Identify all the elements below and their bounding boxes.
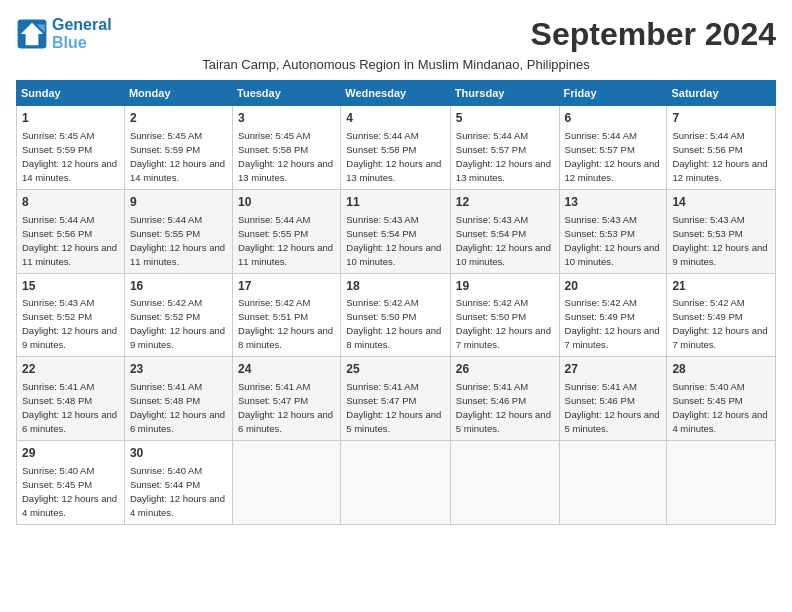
day-info: Sunrise: 5:44 AMSunset: 5:57 PMDaylight:… [565, 130, 660, 183]
header-row: SundayMondayTuesdayWednesdayThursdayFrid… [17, 81, 776, 106]
day-info: Sunrise: 5:44 AMSunset: 5:56 PMDaylight:… [672, 130, 767, 183]
day-info: Sunrise: 5:42 AMSunset: 5:49 PMDaylight:… [672, 297, 767, 350]
day-info: Sunrise: 5:42 AMSunset: 5:50 PMDaylight:… [346, 297, 441, 350]
day-info: Sunrise: 5:44 AMSunset: 5:55 PMDaylight:… [130, 214, 225, 267]
day-info: Sunrise: 5:42 AMSunset: 5:50 PMDaylight:… [456, 297, 551, 350]
calendar-cell: 25Sunrise: 5:41 AMSunset: 5:47 PMDayligh… [341, 357, 451, 441]
day-number: 29 [22, 445, 119, 462]
calendar-cell: 18Sunrise: 5:42 AMSunset: 5:50 PMDayligh… [341, 273, 451, 357]
header-cell-friday: Friday [559, 81, 667, 106]
calendar-cell: 10Sunrise: 5:44 AMSunset: 5:55 PMDayligh… [233, 189, 341, 273]
header: General Blue September 2024 [16, 16, 776, 53]
day-number: 19 [456, 278, 554, 295]
calendar-cell: 13Sunrise: 5:43 AMSunset: 5:53 PMDayligh… [559, 189, 667, 273]
calendar-cell: 5Sunrise: 5:44 AMSunset: 5:57 PMDaylight… [450, 106, 559, 190]
day-info: Sunrise: 5:41 AMSunset: 5:47 PMDaylight:… [346, 381, 441, 434]
day-info: Sunrise: 5:40 AMSunset: 5:45 PMDaylight:… [672, 381, 767, 434]
month-title: September 2024 [531, 16, 776, 53]
day-number: 10 [238, 194, 335, 211]
calendar-cell: 1Sunrise: 5:45 AMSunset: 5:59 PMDaylight… [17, 106, 125, 190]
day-number: 26 [456, 361, 554, 378]
calendar-cell [233, 441, 341, 525]
calendar-week-3: 15Sunrise: 5:43 AMSunset: 5:52 PMDayligh… [17, 273, 776, 357]
header-cell-saturday: Saturday [667, 81, 776, 106]
day-number: 2 [130, 110, 227, 127]
day-info: Sunrise: 5:43 AMSunset: 5:53 PMDaylight:… [565, 214, 660, 267]
day-info: Sunrise: 5:43 AMSunset: 5:52 PMDaylight:… [22, 297, 117, 350]
calendar-cell: 20Sunrise: 5:42 AMSunset: 5:49 PMDayligh… [559, 273, 667, 357]
calendar-cell: 26Sunrise: 5:41 AMSunset: 5:46 PMDayligh… [450, 357, 559, 441]
day-info: Sunrise: 5:45 AMSunset: 5:59 PMDaylight:… [22, 130, 117, 183]
calendar-cell: 14Sunrise: 5:43 AMSunset: 5:53 PMDayligh… [667, 189, 776, 273]
day-info: Sunrise: 5:40 AMSunset: 5:45 PMDaylight:… [22, 465, 117, 518]
subtitle: Tairan Camp, Autonomous Region in Muslim… [16, 57, 776, 72]
day-number: 27 [565, 361, 662, 378]
calendar-week-4: 22Sunrise: 5:41 AMSunset: 5:48 PMDayligh… [17, 357, 776, 441]
calendar-table: SundayMondayTuesdayWednesdayThursdayFrid… [16, 80, 776, 525]
logo-icon [16, 18, 48, 50]
header-cell-monday: Monday [124, 81, 232, 106]
calendar-cell: 16Sunrise: 5:42 AMSunset: 5:52 PMDayligh… [124, 273, 232, 357]
day-info: Sunrise: 5:41 AMSunset: 5:48 PMDaylight:… [22, 381, 117, 434]
calendar-cell: 28Sunrise: 5:40 AMSunset: 5:45 PMDayligh… [667, 357, 776, 441]
header-cell-sunday: Sunday [17, 81, 125, 106]
calendar-cell [341, 441, 451, 525]
day-number: 3 [238, 110, 335, 127]
day-info: Sunrise: 5:44 AMSunset: 5:55 PMDaylight:… [238, 214, 333, 267]
day-number: 30 [130, 445, 227, 462]
calendar-cell: 6Sunrise: 5:44 AMSunset: 5:57 PMDaylight… [559, 106, 667, 190]
day-number: 28 [672, 361, 770, 378]
day-number: 8 [22, 194, 119, 211]
day-number: 25 [346, 361, 445, 378]
day-info: Sunrise: 5:41 AMSunset: 5:48 PMDaylight:… [130, 381, 225, 434]
day-number: 6 [565, 110, 662, 127]
calendar-cell: 19Sunrise: 5:42 AMSunset: 5:50 PMDayligh… [450, 273, 559, 357]
calendar-cell: 2Sunrise: 5:45 AMSunset: 5:59 PMDaylight… [124, 106, 232, 190]
calendar-cell: 7Sunrise: 5:44 AMSunset: 5:56 PMDaylight… [667, 106, 776, 190]
day-number: 18 [346, 278, 445, 295]
day-info: Sunrise: 5:45 AMSunset: 5:58 PMDaylight:… [238, 130, 333, 183]
day-number: 7 [672, 110, 770, 127]
day-info: Sunrise: 5:41 AMSunset: 5:47 PMDaylight:… [238, 381, 333, 434]
calendar-cell: 11Sunrise: 5:43 AMSunset: 5:54 PMDayligh… [341, 189, 451, 273]
day-number: 13 [565, 194, 662, 211]
day-info: Sunrise: 5:42 AMSunset: 5:49 PMDaylight:… [565, 297, 660, 350]
day-number: 22 [22, 361, 119, 378]
calendar-cell: 30Sunrise: 5:40 AMSunset: 5:44 PMDayligh… [124, 441, 232, 525]
day-number: 1 [22, 110, 119, 127]
calendar-week-2: 8Sunrise: 5:44 AMSunset: 5:56 PMDaylight… [17, 189, 776, 273]
calendar-cell: 9Sunrise: 5:44 AMSunset: 5:55 PMDaylight… [124, 189, 232, 273]
logo: General Blue [16, 16, 112, 52]
day-number: 24 [238, 361, 335, 378]
day-number: 11 [346, 194, 445, 211]
day-info: Sunrise: 5:44 AMSunset: 5:58 PMDaylight:… [346, 130, 441, 183]
header-cell-tuesday: Tuesday [233, 81, 341, 106]
day-info: Sunrise: 5:43 AMSunset: 5:54 PMDaylight:… [346, 214, 441, 267]
day-info: Sunrise: 5:40 AMSunset: 5:44 PMDaylight:… [130, 465, 225, 518]
calendar-cell [559, 441, 667, 525]
calendar-cell: 12Sunrise: 5:43 AMSunset: 5:54 PMDayligh… [450, 189, 559, 273]
calendar-cell: 4Sunrise: 5:44 AMSunset: 5:58 PMDaylight… [341, 106, 451, 190]
calendar-cell [450, 441, 559, 525]
day-number: 12 [456, 194, 554, 211]
header-cell-thursday: Thursday [450, 81, 559, 106]
day-number: 5 [456, 110, 554, 127]
calendar-cell [667, 441, 776, 525]
calendar-cell: 22Sunrise: 5:41 AMSunset: 5:48 PMDayligh… [17, 357, 125, 441]
day-number: 21 [672, 278, 770, 295]
day-info: Sunrise: 5:43 AMSunset: 5:53 PMDaylight:… [672, 214, 767, 267]
calendar-week-5: 29Sunrise: 5:40 AMSunset: 5:45 PMDayligh… [17, 441, 776, 525]
day-info: Sunrise: 5:44 AMSunset: 5:57 PMDaylight:… [456, 130, 551, 183]
day-number: 20 [565, 278, 662, 295]
day-number: 9 [130, 194, 227, 211]
logo-text: General Blue [52, 16, 112, 52]
calendar-cell: 23Sunrise: 5:41 AMSunset: 5:48 PMDayligh… [124, 357, 232, 441]
header-cell-wednesday: Wednesday [341, 81, 451, 106]
calendar-cell: 3Sunrise: 5:45 AMSunset: 5:58 PMDaylight… [233, 106, 341, 190]
calendar-cell: 17Sunrise: 5:42 AMSunset: 5:51 PMDayligh… [233, 273, 341, 357]
day-info: Sunrise: 5:45 AMSunset: 5:59 PMDaylight:… [130, 130, 225, 183]
day-number: 4 [346, 110, 445, 127]
calendar-cell: 29Sunrise: 5:40 AMSunset: 5:45 PMDayligh… [17, 441, 125, 525]
calendar-cell: 21Sunrise: 5:42 AMSunset: 5:49 PMDayligh… [667, 273, 776, 357]
day-info: Sunrise: 5:42 AMSunset: 5:52 PMDaylight:… [130, 297, 225, 350]
